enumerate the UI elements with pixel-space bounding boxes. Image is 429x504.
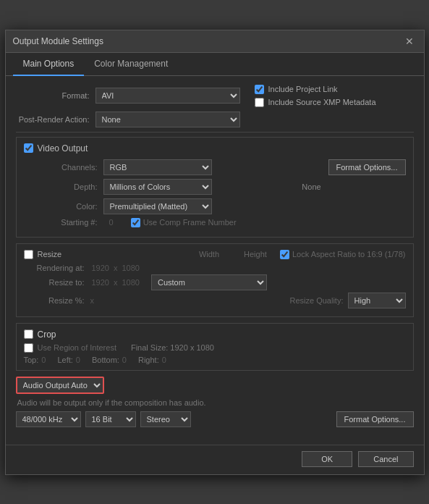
audio-format-row: 48/000 kHz 16 Bit Stereo Format Options.…	[16, 411, 414, 427]
starting-value: 0	[109, 218, 114, 227]
rendering-at-row: Rendering at: 1920 x 1080	[24, 264, 406, 272]
lock-aspect-label: Lock Aspect Ratio to 16:9 (1/78)	[292, 250, 406, 259]
tabs-bar: Main Options Color Management	[6, 53, 424, 76]
use-comp-frame-label: Use Comp Frame Number	[143, 218, 237, 227]
audio-channel-select[interactable]: Stereo	[140, 411, 191, 427]
include-project-link-row: Include Project Link	[255, 85, 376, 94]
audio-dropdown-row: Audio Output Auto	[16, 377, 414, 394]
audio-output-select[interactable]: Audio Output Auto	[16, 377, 104, 394]
rendering-w: 1920	[92, 264, 109, 272]
crop-checkbox[interactable]	[24, 329, 33, 339]
crop-bottom-label: Bottom:	[92, 356, 119, 364]
final-size: Final Size: 1920 x 1080	[131, 343, 214, 352]
lock-aspect-checkbox[interactable]	[280, 250, 289, 259]
depth-select[interactable]: Millions of Colors	[103, 179, 212, 195]
format-label: Format:	[16, 91, 95, 100]
close-button[interactable]: ✕	[402, 36, 417, 46]
resize-pct-label: Resize %:	[24, 296, 89, 305]
crop-left: Left: 0	[57, 356, 80, 364]
footer-buttons: OK Cancel	[6, 445, 424, 474]
channels-label: Channels:	[24, 163, 103, 172]
resize-to-label: Resize to:	[24, 278, 89, 287]
crop-right-label: Right:	[138, 356, 159, 364]
resize-section: Resize Width Height Lock Aspect Ratio to…	[16, 243, 414, 317]
include-source-xmp-row: Include Source XMP Metadata	[255, 98, 376, 107]
channels-select[interactable]: RGB	[103, 159, 212, 175]
color-row: Color: Premultiplied (Matted)	[24, 198, 406, 214]
tab-main-options[interactable]: Main Options	[13, 53, 85, 76]
post-render-select[interactable]: None	[95, 112, 240, 127]
include-project-link-checkbox[interactable]	[255, 85, 264, 94]
resize-to-row: Resize to: 1920 x 1080 Custom	[24, 274, 406, 290]
lock-aspect-row: Width Height Lock Aspect Ratio to 16:9 (…	[187, 250, 406, 259]
resize-to-h: 1080	[122, 278, 139, 287]
resize-checkbox[interactable]	[24, 250, 33, 259]
use-roi-label: Use Region of Interest	[38, 343, 116, 352]
video-format-options-button[interactable]: Format Options...	[328, 159, 406, 175]
resize-pct-row: Resize %: x Resize Quality: High	[24, 293, 406, 308]
use-roi-checkbox[interactable]	[24, 343, 33, 353]
resize-label: Resize	[38, 250, 62, 259]
video-output-checkbox[interactable]	[24, 143, 33, 153]
post-render-label: Post-Render Action:	[16, 115, 95, 124]
ok-button[interactable]: OK	[302, 451, 352, 467]
starting-row: Starting #: 0 Use Comp Frame Number	[24, 218, 406, 227]
crop-right: Right: 0	[138, 356, 166, 364]
format-select[interactable]: AVI	[95, 88, 240, 104]
color-select[interactable]: Premultiplied (Matted)	[103, 198, 212, 214]
include-project-link-label: Include Project Link	[268, 85, 338, 93]
video-output-section: Video Output Channels: RGB Format Option…	[16, 137, 414, 238]
crop-right-val: 0	[162, 356, 166, 364]
rendering-at-label: Rendering at:	[24, 264, 89, 272]
depth-row: Depth: Millions of Colors None	[24, 179, 406, 195]
crop-top: Top: 0	[24, 356, 46, 364]
use-roi-row: Use Region of Interest	[24, 343, 116, 353]
format-note: None	[218, 182, 406, 191]
crop-left-val: 0	[76, 356, 80, 364]
crop-bottom: Bottom: 0	[92, 356, 127, 364]
right-checkboxes: Include Project Link Include Source XMP …	[255, 85, 376, 107]
use-comp-frame-checkbox[interactable]	[131, 218, 140, 227]
crop-bottom-val: 0	[122, 356, 127, 364]
crop-top-val: 0	[41, 356, 46, 364]
cancel-button[interactable]: Cancel	[358, 451, 413, 467]
crop-header: Crop	[24, 329, 406, 340]
tab-color-management[interactable]: Color Management	[84, 53, 178, 76]
audio-note: Audio will be output only if the composi…	[16, 398, 414, 407]
resize-header: Resize	[24, 250, 62, 259]
channels-row: Channels: RGB Format Options...	[24, 159, 406, 175]
color-label: Color:	[24, 202, 103, 211]
rendering-h: 1080	[122, 264, 139, 272]
include-source-xmp-checkbox[interactable]	[255, 98, 264, 107]
depth-label: Depth:	[24, 182, 103, 191]
crop-top-label: Top:	[24, 356, 39, 364]
video-output-label: Video Output	[38, 143, 88, 154]
crop-fields: Top: 0 Left: 0 Bottom: 0 Right: 0	[24, 356, 406, 364]
resize-quality-select[interactable]: High	[348, 293, 406, 308]
resize-to-w: 1920	[92, 278, 109, 287]
video-output-header: Video Output	[24, 143, 406, 154]
audio-section: Audio Output Auto Audio will be output o…	[16, 377, 414, 427]
height-col-label: Height	[234, 250, 277, 259]
resize-preset-select[interactable]: Custom	[151, 274, 267, 290]
title-bar: Output Module Settings ✕	[6, 30, 424, 53]
crop-section: Crop Use Region of Interest Final Size: …	[16, 323, 414, 371]
main-content: Format: AVI Include Project Link Include…	[6, 76, 424, 442]
crop-label: Crop	[38, 329, 56, 340]
resize-quality-label: Resize Quality:	[290, 296, 344, 305]
include-source-xmp-label: Include Source XMP Metadata	[268, 98, 376, 106]
starting-label: Starting #:	[24, 218, 103, 227]
width-col-label: Width	[187, 250, 231, 259]
dialog-title: Output Module Settings	[13, 36, 103, 46]
format-row: Format: AVI Include Project Link Include…	[16, 85, 414, 107]
crop-left-label: Left:	[57, 356, 72, 364]
audio-khz-select[interactable]: 48/000 kHz	[16, 411, 81, 427]
audio-bit-select[interactable]: 16 Bit	[85, 411, 136, 427]
output-module-settings-dialog: Output Module Settings ✕ Main Options Co…	[5, 30, 425, 475]
post-render-row: Post-Render Action: None	[16, 112, 414, 127]
audio-format-options-button[interactable]: Format Options...	[336, 411, 414, 427]
